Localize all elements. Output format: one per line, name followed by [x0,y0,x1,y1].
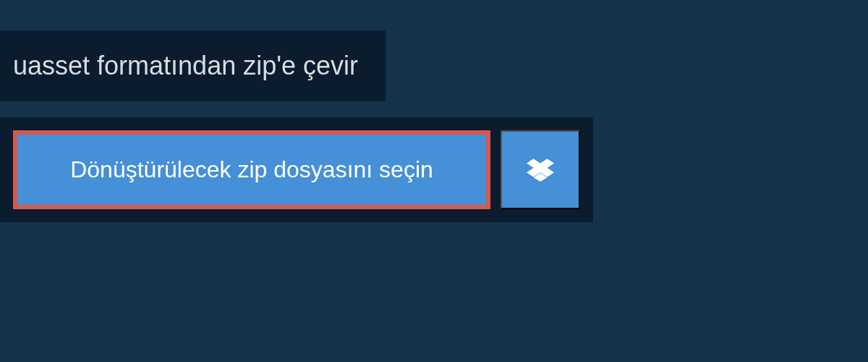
dropbox-icon [527,156,554,184]
page-title: uasset formatından zip'e çevir [13,51,358,81]
select-file-button-label: Dönüştürülecek zip dosyasını seçin [70,156,433,183]
dropbox-button[interactable] [501,130,580,209]
upload-section: Dönüştürülecek zip dosyasını seçin [0,117,593,222]
select-file-button[interactable]: Dönüştürülecek zip dosyasını seçin [13,130,490,209]
header-bar: uasset formatından zip'e çevir [0,30,386,101]
